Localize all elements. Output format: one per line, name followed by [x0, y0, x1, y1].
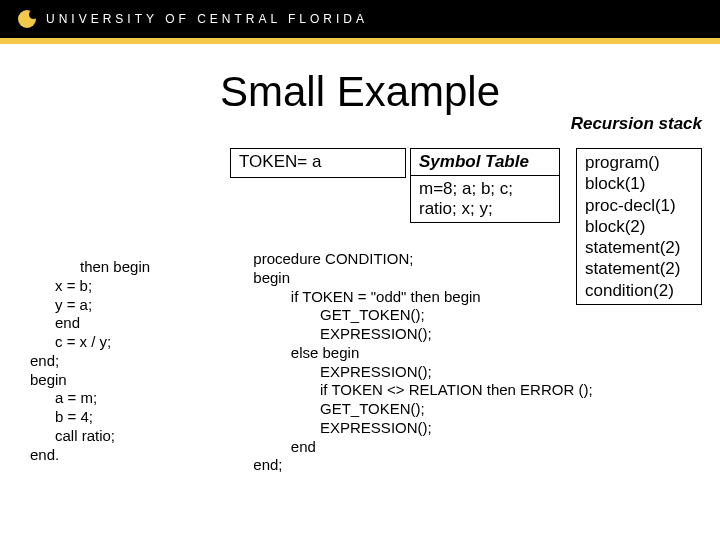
symbol-table-body: m=8; a; b; c; ratio; x; y;: [411, 176, 559, 222]
left-code-block: then begin x = b; y = a; end c = x / y; …: [30, 258, 150, 464]
recursion-stack-box: program() block(1) proc-decl(1) block(2)…: [576, 148, 702, 305]
right-code-block: procedure CONDITION; begin if TOKEN = "o…: [245, 250, 593, 475]
ucf-logo-icon: [18, 10, 36, 28]
gold-divider: [0, 38, 720, 44]
symbol-table-header: Symbol Table: [411, 149, 559, 176]
token-box: TOKEN= a: [230, 148, 406, 178]
slide-title: Small Example: [0, 68, 720, 116]
symbol-table-box: Symbol Table m=8; a; b; c; ratio; x; y;: [410, 148, 560, 223]
recursion-stack-label: Recursion stack: [571, 114, 702, 134]
header-org-text: UNIVERSITY OF CENTRAL FLORIDA: [46, 12, 368, 26]
header-bar: UNIVERSITY OF CENTRAL FLORIDA: [0, 0, 720, 38]
